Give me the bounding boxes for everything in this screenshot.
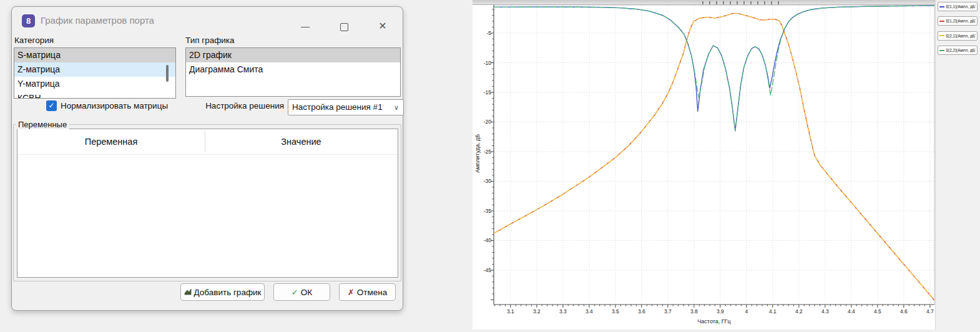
solver-select[interactable]: Настройка решения #1 ∨	[288, 99, 404, 115]
legend-color-swatch	[939, 6, 944, 7]
y-tick-label: -10	[473, 60, 491, 66]
variables-table[interactable]: Переменная Значение	[17, 129, 398, 278]
list-item[interactable]: Y-матрица	[14, 77, 175, 91]
x-icon: ✗	[348, 288, 355, 297]
list-item[interactable]: Диаграмма Смита	[186, 62, 400, 77]
series-S[2,1](Ампл, дБ)	[494, 13, 934, 300]
x-tick-label: 4.7	[926, 308, 934, 315]
variables-group-label: Переменные	[16, 120, 69, 129]
legend-label: S[2,1](Ампл, дБ)	[946, 34, 976, 38]
list-item[interactable]: КСВН	[14, 91, 175, 99]
graph-type-label: Тип графика	[185, 36, 235, 45]
series-S[1,2](Ампл, дБ)	[494, 13, 934, 300]
category-scrollbar[interactable]	[166, 65, 169, 82]
column-header-variable[interactable]: Переменная	[17, 129, 205, 154]
x-axis-title: Частота, ГГц	[674, 318, 755, 325]
add-graph-icon	[184, 288, 192, 296]
y-tick-label: -40	[473, 237, 491, 243]
x-tick-label: 3.8	[690, 308, 698, 315]
y-tick-label: -35	[473, 208, 491, 214]
legend-item[interactable]: S[2,2](Ампл, дБ)	[938, 46, 978, 55]
dialog-titlebar[interactable]: 8 График параметров порта — ✕	[12, 7, 403, 34]
series-S[2,2](Ампл, дБ)	[494, 6, 934, 131]
dialog-title: График параметров порта	[41, 15, 154, 26]
x-tick-label: 4.5	[874, 308, 881, 315]
port-graph-dialog: 8 График параметров порта — ✕ Категория …	[11, 6, 403, 311]
x-tick-label: 3.2	[533, 308, 541, 315]
y-axis-title: Амплитуда, дБ	[474, 112, 481, 195]
legend-label: S[1,2](Ампл, дБ)	[946, 19, 976, 23]
maximize-icon	[340, 23, 348, 31]
y-tick-label: -45	[473, 267, 491, 273]
x-tick-label: 4.4	[848, 308, 855, 315]
legend-item[interactable]: S[2,1](Ампл, дБ)	[938, 31, 978, 41]
x-tick-label: 4	[745, 308, 748, 315]
legend-color-swatch	[939, 21, 944, 22]
x-tick-label: 4.6	[900, 308, 908, 315]
series-S[1,1](Ампл, дБ)	[494, 6, 934, 131]
legend-item[interactable]: S[1,2](Ампл, дБ)	[938, 16, 978, 26]
solver-label: Настройка решения	[185, 101, 284, 110]
x-tick-label: 4.3	[821, 308, 829, 315]
legend-item[interactable]: S[1,1](Ампл, дБ)	[938, 2, 978, 11]
y-tick-label: -5	[473, 30, 491, 36]
solver-selected-value: Настройка решения #1	[292, 102, 383, 112]
x-tick-label: 3.1	[507, 308, 514, 315]
x-tick-label: 3.9	[717, 308, 724, 315]
column-header-value[interactable]: Значение	[205, 129, 398, 154]
legend-label: S[2,2](Ампл, дБ)	[946, 48, 976, 52]
x-tick-label: 3.7	[664, 308, 672, 315]
plot-canvas[interactable]	[473, 0, 980, 330]
app-logo-icon: 8	[22, 14, 35, 27]
add-graph-button[interactable]: Добавить график	[180, 283, 265, 301]
x-tick-label: 4.2	[795, 308, 803, 315]
x-tick-label: 3.6	[638, 308, 645, 315]
legend-label: S[1,1](Ампл, дБ)	[946, 4, 976, 9]
header-underline	[17, 154, 398, 155]
legend-color-swatch	[939, 50, 944, 51]
ok-button[interactable]: ✓ ОК	[273, 283, 330, 301]
page: 8 График параметров порта — ✕ Категория …	[0, 0, 980, 332]
sparam-chart-panel: 3.13.23.33.43.53.63.73.83.944.14.24.34.4…	[473, 0, 980, 330]
legend-color-swatch	[939, 35, 944, 36]
list-item[interactable]: S-матрица	[14, 48, 175, 62]
graph-type-listbox[interactable]: 2D графикДиаграмма Смита	[185, 47, 401, 97]
check-icon: ✓	[292, 288, 298, 297]
close-button[interactable]: ✕	[373, 17, 392, 35]
x-tick-label: 3.5	[612, 308, 619, 315]
normalize-checkbox-label[interactable]: Нормализировать матрицы	[61, 101, 168, 110]
list-item[interactable]: Z-матрица	[14, 62, 175, 77]
add-graph-button-label: Добавить график	[194, 288, 262, 297]
cancel-button-label: Отмена	[357, 288, 387, 297]
category-label: Категория	[14, 36, 54, 45]
list-item[interactable]: 2D график	[186, 48, 400, 62]
normalize-checkbox[interactable]: ✓	[46, 100, 57, 111]
chevron-down-icon: ∨	[394, 100, 399, 115]
x-tick-label: 4.1	[769, 308, 777, 315]
minimize-button[interactable]: —	[296, 17, 315, 35]
x-tick-label: 3.4	[586, 308, 593, 315]
category-listbox[interactable]: S-матрицаZ-матрицаY-матрицаКСВН	[14, 47, 176, 99]
cancel-button[interactable]: ✗ Отмена	[339, 283, 396, 301]
x-tick-label: 3.3	[559, 308, 567, 315]
column-separator	[205, 131, 205, 152]
maximize-button[interactable]	[335, 17, 353, 35]
ok-button-label: ОК	[301, 288, 312, 297]
y-tick-label: -15	[473, 89, 491, 95]
